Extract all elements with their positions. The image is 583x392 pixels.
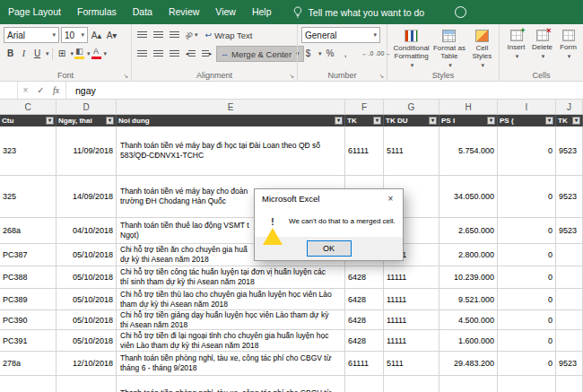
insert-cells-button[interactable]: + Insert ▾ bbox=[503, 27, 529, 77]
close-icon[interactable]: × bbox=[379, 189, 403, 207]
filter-icon[interactable]: ▾ bbox=[429, 117, 437, 125]
tab-page-layout[interactable]: Page Layout bbox=[0, 0, 69, 24]
header-cell[interactable]: Ctu▾ bbox=[0, 115, 57, 126]
cell[interactable]: 04/10/2018 bbox=[57, 218, 117, 243]
cell[interactable]: 10.239.000 bbox=[439, 266, 498, 288]
filter-icon[interactable]: ▾ bbox=[106, 117, 114, 125]
cell[interactable]: 278a bbox=[0, 352, 57, 375]
column-header-H[interactable]: H bbox=[439, 100, 498, 114]
tab-help[interactable]: Help bbox=[244, 0, 280, 24]
filter-icon[interactable]: ▾ bbox=[572, 117, 580, 125]
align-left-button[interactable] bbox=[135, 47, 149, 62]
fill-color-button[interactable]: ◧ bbox=[74, 47, 85, 60]
name-box[interactable] bbox=[0, 82, 18, 99]
cell[interactable]: 14/09/2018 bbox=[57, 176, 117, 217]
cell[interactable]: Chi hỗ trợ tiền công tác huấn luyện tại … bbox=[117, 266, 345, 288]
tab-formulas[interactable]: Formulas bbox=[69, 0, 125, 24]
cell[interactable]: 268a bbox=[0, 218, 57, 243]
italic-button[interactable]: I bbox=[17, 46, 30, 61]
decrease-indent-button[interactable]: ◂ bbox=[184, 47, 197, 62]
align-right-button[interactable] bbox=[168, 47, 181, 62]
cell[interactable]: 0 bbox=[498, 176, 556, 217]
cell[interactable]: 2.650.000 bbox=[439, 218, 498, 243]
insert-function-icon[interactable]: fx bbox=[48, 85, 64, 95]
cell[interactable] bbox=[556, 330, 583, 351]
cell[interactable]: 29.483.200 bbox=[439, 352, 498, 375]
cell[interactable]: 4.500.000 bbox=[439, 310, 498, 329]
tab-view[interactable]: View bbox=[207, 0, 244, 24]
cell[interactable] bbox=[384, 376, 439, 392]
column-header-D[interactable]: D bbox=[57, 100, 117, 114]
cell[interactable]: 9523 bbox=[556, 126, 583, 175]
cell[interactable]: Chi hỗ trợ tiền đi lại ngoại tỉnh cho ch… bbox=[117, 330, 345, 351]
filter-icon[interactable]: ▾ bbox=[487, 117, 495, 125]
cell[interactable]: 6428 bbox=[345, 310, 384, 329]
cell[interactable]: 05/10/2018 bbox=[57, 266, 117, 288]
cell[interactable]: PC387 bbox=[0, 244, 57, 266]
header-cell[interactable]: TK DU▾ bbox=[384, 115, 439, 126]
cell[interactable]: 0 bbox=[498, 330, 556, 351]
cell[interactable]: 2.800.000 bbox=[439, 244, 498, 266]
bold-button[interactable]: B bbox=[4, 46, 17, 61]
format-as-table-button[interactable]: Format as Table ▾ bbox=[431, 27, 466, 77]
cell[interactable]: 11111 bbox=[384, 289, 439, 309]
wrap-text-button[interactable]: ↩ Wrap Text bbox=[201, 27, 256, 43]
cell[interactable] bbox=[556, 310, 583, 329]
tell-me-box[interactable]: Tell me what you want to do bbox=[292, 6, 425, 18]
cell[interactable]: 1.600.000 bbox=[439, 330, 498, 351]
cell[interactable] bbox=[556, 266, 583, 288]
format-cells-button[interactable]: Form ▾ bbox=[555, 27, 581, 77]
cell[interactable]: 0 bbox=[498, 266, 556, 288]
cell[interactable] bbox=[0, 376, 57, 392]
increase-indent-button[interactable]: ▸ bbox=[200, 47, 213, 62]
column-header-F[interactable]: F bbox=[345, 100, 384, 114]
cell[interactable]: 11111 bbox=[384, 266, 439, 288]
column-header-C[interactable]: C bbox=[0, 100, 57, 114]
dialog-titlebar[interactable]: Microsoft Excel × bbox=[255, 189, 403, 207]
cell[interactable]: 0 bbox=[498, 352, 556, 375]
cell[interactable]: 61111 bbox=[345, 352, 384, 375]
cell[interactable]: Chi hỗ trợ tiền thù lao cho chuyên gia h… bbox=[117, 289, 345, 309]
cell[interactable] bbox=[345, 376, 384, 392]
cell[interactable]: 5111 bbox=[384, 126, 439, 175]
cancel-icon[interactable]: × bbox=[18, 85, 33, 95]
grow-font-button[interactable]: A▴ bbox=[90, 28, 103, 43]
conditional-formatting-button[interactable]: Conditional Formatting ▾ bbox=[391, 27, 431, 77]
filter-icon[interactable]: ▾ bbox=[335, 117, 343, 125]
cell[interactable]: 05/10/2018 bbox=[57, 310, 117, 329]
cell[interactable]: 11/09/2018 bbox=[57, 126, 117, 175]
cell[interactable]: PC391 bbox=[0, 330, 57, 351]
currency-dropdown-icon[interactable]: ▾ bbox=[318, 50, 322, 57]
column-header-E[interactable]: E bbox=[117, 100, 345, 114]
enter-icon[interactable]: ✓ bbox=[33, 85, 48, 95]
underline-button[interactable]: U bbox=[30, 46, 44, 61]
cell[interactable]: 05/10/2018 bbox=[57, 289, 117, 309]
cell[interactable]: 34.050.000 bbox=[439, 176, 498, 217]
cell[interactable]: 12/10/2018 bbox=[57, 352, 117, 375]
filter-icon[interactable]: ▾ bbox=[545, 117, 553, 125]
orientation-button[interactable]: ab▾ bbox=[184, 28, 198, 43]
header-cell[interactable]: TK▾ bbox=[556, 115, 583, 126]
font-color-dropdown-icon[interactable]: ▾ bbox=[104, 50, 108, 57]
header-cell[interactable]: TK▾ bbox=[345, 115, 384, 126]
currency-format-button[interactable]: $ bbox=[301, 46, 315, 61]
cell[interactable]: PC390 bbox=[0, 310, 57, 329]
column-header-J[interactable]: J bbox=[556, 100, 583, 114]
cell[interactable]: 0 bbox=[498, 244, 556, 266]
cell[interactable]: 9523 bbox=[556, 352, 583, 375]
shrink-font-button[interactable]: A▾ bbox=[105, 28, 118, 43]
comma-format-button[interactable]: , bbox=[339, 46, 352, 61]
cell-styles-button[interactable]: Cell Styles ▾ bbox=[467, 27, 497, 77]
ok-button[interactable]: OK bbox=[307, 240, 352, 257]
cell[interactable] bbox=[556, 376, 583, 392]
cell[interactable]: 0 bbox=[498, 218, 556, 243]
header-cell[interactable]: Noi dung▾ bbox=[117, 115, 345, 126]
cell[interactable]: 9523 bbox=[556, 218, 583, 243]
cell[interactable]: 11111 bbox=[384, 330, 439, 351]
align-bottom-button[interactable] bbox=[168, 28, 181, 43]
filter-icon[interactable]: ▾ bbox=[373, 117, 381, 125]
merge-center-button[interactable]: ↔ Merge & Center ▾ bbox=[216, 46, 304, 62]
cell[interactable]: 325 bbox=[0, 176, 57, 217]
align-center-button[interactable] bbox=[152, 47, 165, 62]
column-header-G[interactable]: G bbox=[384, 100, 439, 114]
